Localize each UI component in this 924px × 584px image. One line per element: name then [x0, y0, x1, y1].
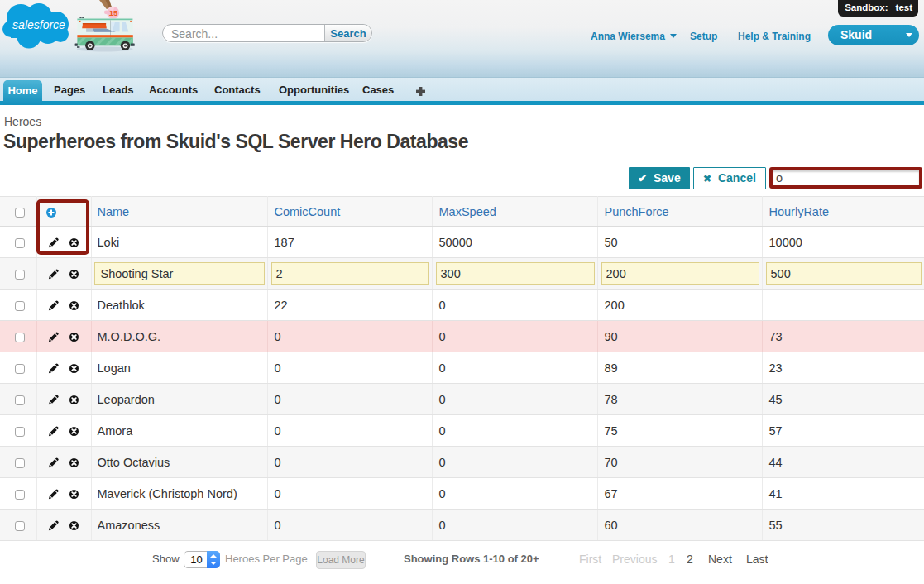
svg-text:salesforce: salesforce [12, 18, 65, 31]
svg-text:15: 15 [109, 8, 118, 17]
